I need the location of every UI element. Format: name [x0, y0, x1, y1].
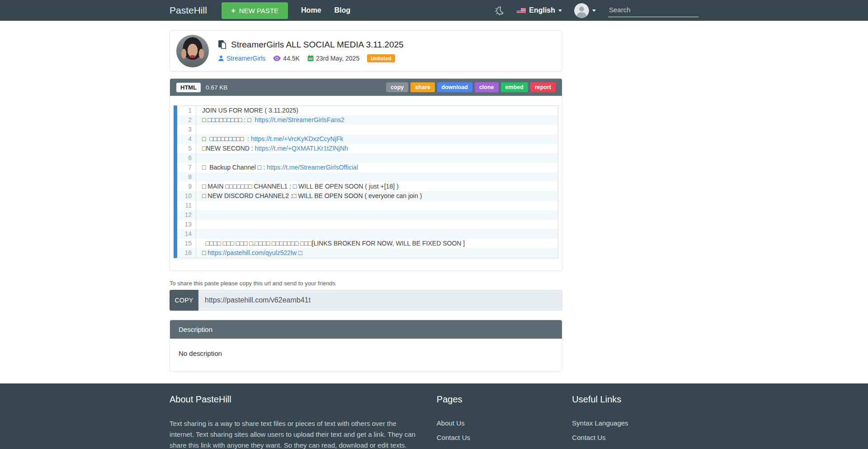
code-url-link[interactable]: https://t.me/+VrcKyKDxzCcyNjFk [251, 135, 343, 142]
line-number: 10 [177, 191, 196, 201]
paste-size: 0.67 KB [206, 84, 227, 91]
line-number: 13 [177, 220, 196, 229]
code-line: 3 [177, 125, 558, 134]
description-card: Description No description [170, 320, 562, 372]
syntax-badge: HTML [176, 83, 201, 92]
code-line: 16□ https://pastehill.com/qyulz522lw □ [177, 248, 558, 258]
author-avatar [176, 35, 209, 67]
navbar: PasteHill + NEW PASTE Home Blog English [0, 0, 868, 21]
line-number: 5 [177, 144, 196, 153]
code-line: 4□ □□□□□□□□□ : https://t.me/+VrcKyKDxzCc… [177, 134, 558, 144]
code-text: □ https://pastehill.com/qyulz522lw □ [196, 248, 558, 258]
code-text: □ Backup Channel □ : https://t.me/Stream… [196, 163, 558, 172]
share-hint: To share this paste please copy this url… [170, 280, 562, 287]
code-text: □ MAIN □□□□□□□ CHANNEL1 : □ WILL BE OPEN… [196, 182, 558, 191]
author-link[interactable]: StreamerGirls [226, 55, 265, 62]
line-number: 11 [177, 201, 196, 210]
views-count: 44.5K [283, 55, 300, 62]
code-url-link[interactable]: https://pastehill.com/qyulz522lw [208, 249, 297, 256]
embed-button[interactable]: embed [501, 82, 528, 92]
plus-icon: + [231, 7, 236, 14]
calendar-icon [307, 55, 314, 61]
footer-link[interactable]: Contact Us [437, 434, 470, 441]
line-number: 12 [177, 210, 196, 220]
code-line: 14 [177, 229, 558, 239]
code-box: 1JOIN US FOR MORE ( 3.11.2025)2□ □□□□□□□… [174, 105, 558, 258]
line-number: 15 [177, 239, 196, 248]
code-text [196, 172, 558, 182]
code-url-link[interactable]: https://t.me/+QXMATLKr1tZlNjNh [255, 145, 348, 152]
code-line: 13 [177, 220, 558, 229]
code-line: 6 [177, 153, 558, 163]
code-line: 11 [177, 201, 558, 210]
code-text: □ □□□□□□□□□ : □ https://t.me/StreamerGir… [196, 115, 558, 125]
footer-column-title: Useful Links [572, 394, 698, 405]
share-url-input[interactable] [198, 290, 562, 311]
code-text [196, 229, 558, 239]
caret-down-icon [558, 9, 562, 12]
paste-date: 23rd May, 2025 [316, 55, 359, 62]
us-flag-icon [517, 8, 526, 14]
code-line: 2□ □□□□□□□□□ : □ https://t.me/StreamerGi… [177, 115, 558, 125]
line-number: 9 [177, 182, 196, 191]
footer-column-pages: Pages About UsContact UsFAQ [437, 394, 572, 449]
description-header: Description [170, 320, 562, 339]
line-number: 16 [177, 248, 196, 258]
footer-link[interactable]: Syntax Languages [572, 419, 628, 427]
footer-link[interactable]: Contact Us [572, 434, 605, 441]
moon-icon [494, 5, 505, 16]
footer-column-title: Pages [437, 394, 572, 405]
code-text: □ NEW DISCORD CHANNEL2 :□ WILL BE OPEN S… [196, 191, 558, 201]
language-label: English [529, 6, 555, 14]
copy-url-button[interactable]: COPY [170, 290, 198, 311]
user-menu-dropdown[interactable] [574, 3, 596, 18]
description-body: No description [170, 339, 562, 371]
code-line: 10□ NEW DISCORD CHANNEL2 :□ WILL BE OPEN… [177, 191, 558, 201]
footer: About PasteHill Text sharing is a way to… [0, 383, 868, 449]
download-button[interactable]: download [437, 82, 472, 92]
code-text [196, 210, 558, 220]
line-number: 3 [177, 125, 196, 134]
nav-link-blog[interactable]: Blog [335, 6, 351, 14]
visibility-badge: Unlisted [367, 54, 395, 62]
line-number: 4 [177, 134, 196, 144]
footer-column-useful-links: Useful Links Syntax LanguagesContact UsS… [572, 394, 698, 449]
language-dropdown[interactable]: English [517, 6, 562, 14]
code-text: JOIN US FOR MORE ( 3.11.2025) [196, 106, 558, 115]
line-number: 6 [177, 153, 196, 163]
search-input[interactable] [608, 4, 698, 17]
new-paste-label: NEW PASTE [239, 7, 278, 14]
code-text [196, 201, 558, 210]
footer-link[interactable]: About Us [437, 419, 465, 427]
code-text [196, 125, 558, 134]
code-text: □□□□ □□□ □□□ □.□□□□ □□□□□□□ □□□[LINKS BR… [196, 239, 558, 248]
new-paste-button[interactable]: + NEW PASTE [222, 2, 288, 19]
paste-title: StreamerGirls ALL SOCIAL MEDIA 3.11.2025 [231, 40, 404, 50]
code-text: □ □□□□□□□□□ : https://t.me/+VrcKyKDxzCcy… [196, 134, 558, 144]
code-line: 7□ Backup Channel □ : https://t.me/Strea… [177, 163, 558, 172]
caret-down-icon [592, 9, 596, 12]
line-number: 2 [177, 115, 196, 125]
line-number: 8 [177, 172, 196, 182]
share-url-group: COPY [170, 290, 562, 311]
dark-mode-toggle[interactable] [494, 5, 505, 16]
footer-about-title: About PasteHill [170, 394, 416, 405]
code-url-link[interactable]: https://t.me/StreamerGirlsOfficial [267, 164, 358, 171]
line-number: 7 [177, 163, 196, 172]
clone-button[interactable]: clone [475, 82, 499, 92]
share-button[interactable]: share [410, 82, 434, 92]
code-text: □NEW SECOND : https://t.me/+QXMATLKr1tZl… [196, 144, 558, 153]
code-url-link[interactable]: https://t.me/StreamerGirlsFans2 [255, 116, 344, 123]
paste-icon [218, 40, 227, 50]
code-text [196, 153, 558, 163]
brand-logo[interactable]: PasteHill [170, 5, 207, 16]
code-line: 1JOIN US FOR MORE ( 3.11.2025) [177, 106, 558, 115]
code-header: HTML 0.67 KB copysharedownloadcloneembed… [170, 79, 562, 96]
code-text [196, 220, 558, 229]
footer-about-text: Text sharing is a way to share text file… [170, 418, 416, 449]
nav-link-home[interactable]: Home [301, 6, 321, 14]
code-line: 9□ MAIN □□□□□□□ CHANNEL1 : □ WILL BE OPE… [177, 182, 558, 191]
report-button[interactable]: report [530, 82, 556, 92]
code-line: 5□NEW SECOND : https://t.me/+QXMATLKr1tZ… [177, 144, 558, 153]
copy-button[interactable]: copy [386, 82, 408, 92]
